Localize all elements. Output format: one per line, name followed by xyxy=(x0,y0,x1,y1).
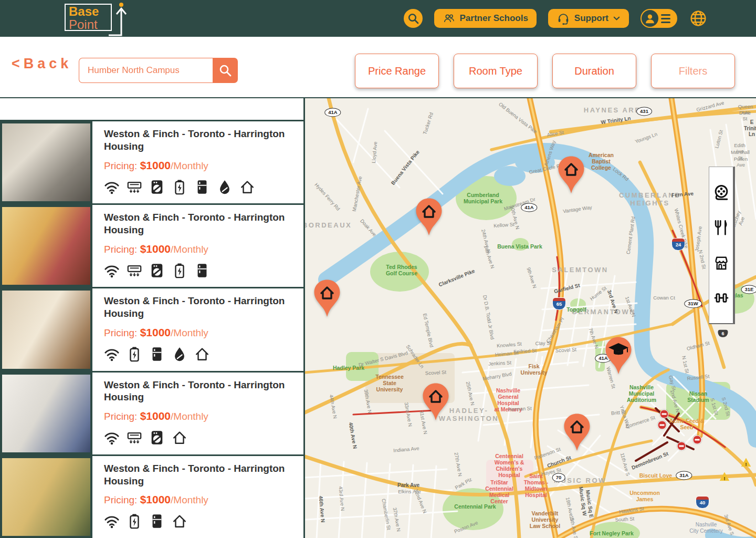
top-header: Base Point P xyxy=(0,0,756,37)
logo-arrow-icon xyxy=(109,2,132,37)
listing-card[interactable]: Weston & Finch - Toronto - Harrington Ho… xyxy=(0,454,303,538)
map-marker-listing[interactable] xyxy=(562,413,592,452)
fridge-icon xyxy=(149,513,165,529)
battery-icon xyxy=(127,346,142,362)
logo-text-point: Point xyxy=(69,18,108,32)
dumbbell-icon xyxy=(713,289,730,306)
listings-panel: Weston & Finch - Toronto - Harrington Ho… xyxy=(0,98,305,538)
listing-title: Weston & Finch - Toronto - Harrington Ho… xyxy=(104,211,293,236)
user-icon xyxy=(643,12,657,25)
film-reel-icon xyxy=(713,184,730,201)
listing-title: Weston & Finch - Toronto - Harrington Ho… xyxy=(104,462,293,488)
listing-card[interactable]: Weston & Finch - Toronto - Harrington Ho… xyxy=(0,203,303,287)
campus-search-button[interactable] xyxy=(213,58,238,83)
amenity-icons xyxy=(104,346,293,362)
gym-filter-button[interactable] xyxy=(712,289,730,307)
map-markers-layer xyxy=(305,98,756,538)
restaurant-icon xyxy=(713,219,730,236)
listings-header-strip xyxy=(0,98,303,120)
home-icon xyxy=(172,513,187,529)
listing-photo xyxy=(0,288,92,370)
menu-icon xyxy=(661,14,670,23)
search-icon xyxy=(407,13,419,24)
listing-title: Weston & Finch - Toronto - Harrington Ho… xyxy=(104,379,293,404)
campus-search-input[interactable] xyxy=(79,58,213,83)
wifi-icon xyxy=(104,263,120,278)
amenity-icons xyxy=(104,179,293,195)
battery-icon xyxy=(127,513,142,529)
wifi-icon xyxy=(104,179,120,195)
language-globe-button[interactable] xyxy=(689,9,708,28)
listing-card[interactable]: Weston & Finch - Toronto - Harrington Ho… xyxy=(0,287,303,370)
fridge-icon xyxy=(194,179,210,195)
duration-button[interactable]: Duration xyxy=(552,54,636,88)
account-menu-button[interactable] xyxy=(640,9,677,28)
partner-schools-icon xyxy=(443,12,455,25)
fridge-icon xyxy=(194,263,210,278)
amenity-icons xyxy=(104,263,293,278)
support-label: Support xyxy=(574,13,608,24)
map-marker-school[interactable] xyxy=(604,336,633,375)
map-poi-toolbar xyxy=(709,167,735,324)
back-button[interactable]: <Back xyxy=(12,56,72,72)
listing-photo xyxy=(0,456,92,538)
amenity-icons xyxy=(104,513,293,529)
logo-box: Base Point xyxy=(65,4,112,31)
washer-icon xyxy=(149,179,165,195)
map-marker-listing[interactable] xyxy=(421,382,450,421)
listing-card[interactable]: Weston & Finch - Toronto - Harrington Ho… xyxy=(0,371,303,454)
listing-price: Pricing: $1000/Monthly xyxy=(104,159,293,172)
room-type-button[interactable]: Room Type xyxy=(454,54,538,88)
battery-icon xyxy=(172,179,187,195)
filter-buttons: Price Range Room Type Duration Filters xyxy=(355,54,735,88)
home-icon xyxy=(239,179,255,195)
battery-icon xyxy=(172,263,187,278)
listing-price: Pricing: $1000/Monthly xyxy=(104,493,293,506)
app-window: Base Point P xyxy=(0,0,756,538)
ac-icon xyxy=(127,179,142,195)
drop-icon xyxy=(172,346,187,362)
avatar xyxy=(642,10,658,27)
wifi-icon xyxy=(104,346,120,362)
map-marker-listing[interactable] xyxy=(556,156,586,194)
filters-button[interactable]: Filters xyxy=(651,54,735,88)
washer-icon xyxy=(149,430,165,446)
partner-schools-button[interactable]: Partner Schools xyxy=(434,9,536,28)
home-icon xyxy=(194,346,210,362)
listing-title: Weston & Finch - Toronto - Harrington Ho… xyxy=(104,128,293,153)
chevron-down-icon xyxy=(613,15,621,22)
map-marker-listing[interactable] xyxy=(414,198,444,236)
wifi-icon xyxy=(104,513,120,529)
header-search-button[interactable] xyxy=(404,9,423,28)
globe-icon xyxy=(689,9,707,27)
headset-icon xyxy=(556,12,570,25)
search-icon xyxy=(218,64,232,77)
cinema-filter-button[interactable] xyxy=(712,183,730,201)
fridge-icon xyxy=(149,346,165,362)
listing-photo xyxy=(0,121,92,203)
logo-text-base: Base xyxy=(69,5,108,18)
campus-search xyxy=(79,58,238,83)
store-filter-button[interactable] xyxy=(712,254,730,272)
store-icon xyxy=(713,254,730,271)
basepoint-logo[interactable]: Base Point xyxy=(65,4,133,35)
wifi-icon xyxy=(104,430,120,446)
listing-price: Pricing: $1000/Monthly xyxy=(104,326,293,339)
price-range-button[interactable]: Price Range xyxy=(355,54,439,88)
header-actions: Partner Schools Support xyxy=(404,9,708,28)
ac-icon xyxy=(127,263,142,278)
listing-photo xyxy=(0,373,92,454)
drop-icon xyxy=(217,179,233,195)
restaurant-filter-button[interactable] xyxy=(712,219,730,236)
map-marker-listing[interactable] xyxy=(312,279,342,318)
map-canvas[interactable]: HAYNES AREACUMBERLAND HEIGHTSBORDEAUXSAL… xyxy=(305,98,756,538)
ac-icon xyxy=(127,430,142,446)
listing-price: Pricing: $1000/Monthly xyxy=(104,243,293,255)
partner-schools-label: Partner Schools xyxy=(459,13,528,24)
listing-card[interactable]: Weston & Finch - Toronto - Harrington Ho… xyxy=(0,120,303,203)
listing-title: Weston & Finch - Toronto - Harrington Ho… xyxy=(104,295,293,320)
filter-bar: <Back Price Range Room Type Duration Fil… xyxy=(0,37,756,97)
support-button[interactable]: Support xyxy=(548,9,629,28)
listing-photo xyxy=(0,205,92,287)
washer-icon xyxy=(149,263,165,278)
